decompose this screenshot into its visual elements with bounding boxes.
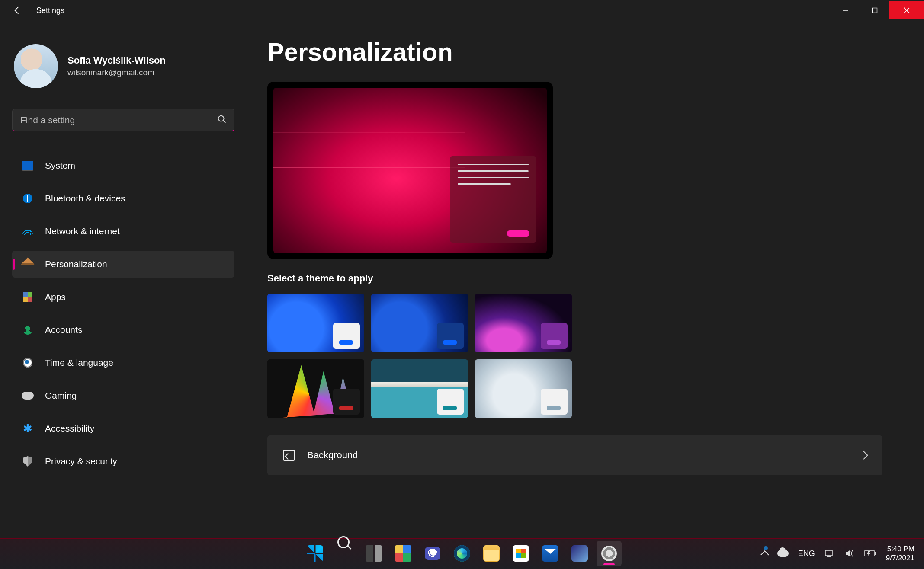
edge-button[interactable] [449, 541, 475, 566]
row-label: Background [307, 450, 358, 461]
brush-icon [22, 258, 34, 270]
nav-label: Accounts [45, 325, 82, 335]
sidebar: Sofia Wyciślik-Wilson wilsonmark@gmail.c… [0, 21, 247, 538]
theme-option-3[interactable] [475, 294, 572, 352]
gamepad-icon [22, 390, 34, 402]
nav-item-privacy[interactable]: Privacy & security [12, 448, 234, 475]
start-button[interactable] [302, 541, 327, 566]
wifi-icon [22, 225, 34, 237]
preview-widget [450, 156, 536, 243]
search-icon [217, 115, 227, 126]
svg-rect-9 [875, 552, 876, 555]
nav-item-time-language[interactable]: Time & language [12, 349, 234, 376]
chat-button[interactable] [420, 541, 445, 566]
widgets-button[interactable] [391, 541, 416, 566]
shield-icon [22, 455, 34, 467]
volume-tray-icon[interactable] [844, 549, 855, 558]
preview-wallpaper [273, 88, 547, 253]
nav-item-system[interactable]: System [12, 152, 234, 179]
content: Personalization Select a theme to apply … [247, 21, 924, 538]
nav-item-network[interactable]: Network & internet [12, 218, 234, 245]
desktop-preview [267, 82, 553, 259]
nav-label: Personalization [45, 259, 107, 269]
taskbar-time: 5:40 PM [886, 544, 914, 553]
nav-label: Time & language [45, 358, 113, 368]
language-indicator[interactable]: ENG [798, 549, 815, 558]
nav-item-apps[interactable]: Apps [12, 284, 234, 310]
clock-icon [22, 357, 34, 369]
row-background[interactable]: Background [267, 435, 882, 475]
accessibility-icon: ✱ [22, 422, 34, 435]
close-button[interactable] [889, 1, 924, 19]
svg-point-4 [218, 116, 224, 121]
svg-rect-7 [827, 556, 831, 557]
theme-grid [267, 294, 903, 418]
photos-button[interactable] [567, 541, 592, 566]
picture-icon [283, 450, 295, 461]
theme-option-1[interactable] [267, 294, 364, 352]
onedrive-icon[interactable] [777, 550, 789, 557]
tray-overflow[interactable] [760, 550, 769, 559]
theme-option-2[interactable] [371, 294, 468, 352]
nav-label: Privacy & security [45, 456, 117, 467]
apps-icon [22, 291, 34, 303]
nav-item-accounts[interactable]: Accounts [12, 316, 234, 343]
back-button[interactable] [10, 3, 24, 17]
nav-item-accessibility[interactable]: ✱Accessibility [12, 415, 234, 442]
nav-label: Gaming [45, 390, 77, 401]
file-explorer-button[interactable] [479, 541, 504, 566]
nav-label: Network & internet [45, 226, 120, 237]
mail-button[interactable] [538, 541, 563, 566]
nav-label: System [45, 160, 75, 171]
nav-label: Accessibility [45, 423, 94, 434]
theme-option-4[interactable] [267, 359, 364, 418]
svg-line-5 [223, 121, 226, 123]
system-tray: ENG 5:40 PM 9/7/2021 [762, 544, 919, 563]
nav-label: Apps [45, 292, 66, 302]
theme-section-label: Select a theme to apply [267, 273, 903, 284]
nav-item-gaming[interactable]: Gaming [12, 382, 234, 409]
taskbar-clock[interactable]: 5:40 PM 9/7/2021 [886, 544, 914, 563]
monitor-icon [22, 160, 34, 172]
taskbar: ENG 5:40 PM 9/7/2021 [0, 538, 924, 569]
nav-list: System Bluetooth & devices Network & int… [12, 152, 234, 475]
user-block[interactable]: Sofia Wyciślik-Wilson wilsonmark@gmail.c… [12, 44, 234, 88]
taskbar-date: 9/7/2021 [886, 553, 914, 563]
settings-taskbar-button[interactable] [597, 541, 622, 566]
account-icon [22, 324, 34, 336]
store-button[interactable] [508, 541, 533, 566]
theme-option-6[interactable] [475, 359, 572, 418]
titlebar: Settings [0, 0, 924, 21]
minimize-button[interactable] [831, 1, 860, 19]
svg-rect-6 [825, 550, 832, 556]
search-input[interactable] [12, 109, 234, 131]
bluetooth-icon [22, 192, 34, 205]
battery-tray-icon[interactable] [864, 550, 876, 557]
user-email: wilsonmark@gmail.com [67, 68, 166, 77]
task-view[interactable] [361, 541, 386, 566]
page-heading: Personalization [267, 37, 903, 66]
window-title: Settings [36, 6, 64, 15]
taskbar-center [302, 541, 622, 566]
network-tray-icon[interactable] [825, 549, 835, 558]
nav-item-bluetooth[interactable]: Bluetooth & devices [12, 185, 234, 212]
svg-rect-1 [873, 8, 877, 13]
search-box [12, 109, 234, 131]
maximize-button[interactable] [860, 1, 889, 19]
theme-option-5[interactable] [371, 359, 468, 418]
nav-label: Bluetooth & devices [45, 193, 125, 204]
user-name: Sofia Wyciślik-Wilson [67, 55, 166, 66]
avatar [14, 44, 58, 88]
chevron-right-icon [860, 451, 868, 460]
taskbar-search[interactable] [332, 541, 357, 566]
nav-item-personalization[interactable]: Personalization [12, 251, 234, 278]
